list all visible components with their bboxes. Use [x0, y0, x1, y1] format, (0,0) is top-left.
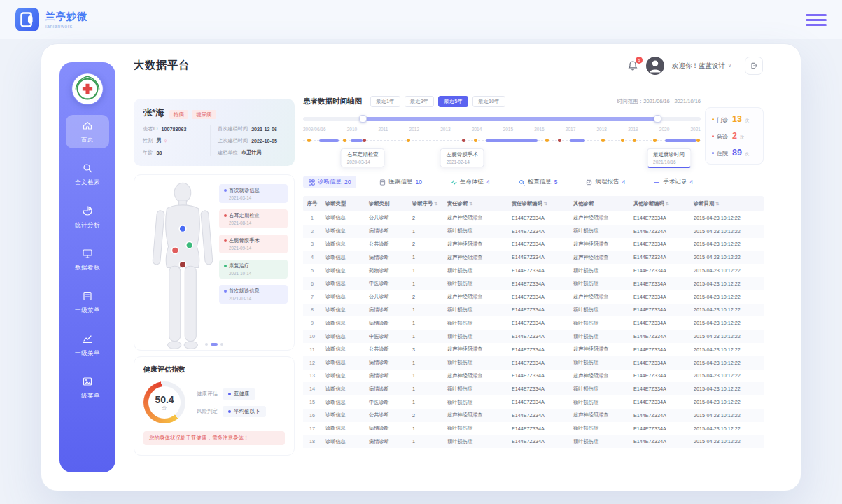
form-icon — [82, 292, 93, 304]
sidebar-item-3[interactable]: 统计分析 — [66, 200, 109, 234]
table-row[interactable]: 17诊断信息病情诊断1额叶损伤症E144E7Z334A额叶损伤症E144E7Z3… — [303, 422, 764, 435]
table-row[interactable]: 9诊断信息病情诊断1额叶损伤症E144E7Z334A额叶损伤症E144E7Z33… — [303, 316, 764, 330]
avatar[interactable] — [646, 57, 664, 75]
patient-name: 张*海 — [143, 106, 164, 119]
range-filter-2[interactable]: 最近3年 — [405, 96, 435, 107]
menu-icon[interactable] — [806, 8, 827, 31]
sidebar-item-7[interactable]: 一级菜单 — [66, 371, 109, 405]
callout-dot-icon — [224, 239, 227, 242]
tab-3[interactable]: 生命体征4 — [445, 176, 496, 188]
range-filter-1[interactable]: 最近1年 — [370, 96, 400, 107]
table-row[interactable]: 15诊断信息中医诊断1额叶损伤症E144E7Z334A额叶损伤症E144E7Z3… — [303, 396, 764, 409]
table-cell: E144E7Z334A — [629, 396, 689, 409]
table-row[interactable]: 5诊断信息药物诊断1额叶损伤症E144E7Z334A额叶损伤症E144E7Z33… — [303, 264, 764, 277]
range-filter-4[interactable]: 最近10年 — [472, 96, 505, 107]
table-cell: 7 — [303, 290, 321, 304]
patient-card: 张*海 特病糖尿病 患者ID100783063性别男♀年龄38 首次建档时间20… — [134, 99, 295, 166]
sort-icon[interactable]: ⇅ — [666, 201, 669, 206]
table-row[interactable]: 7诊断信息公共诊断2超声神经阻滞查E144E7Z334A超声神经阻滞查E144E… — [303, 290, 764, 304]
column-header[interactable]: 其他诊断编码⇅ — [629, 196, 689, 211]
table-cell: 1 — [408, 382, 443, 396]
table-cell: 病情诊断 — [365, 251, 408, 264]
column-header[interactable]: 责任诊断编码⇅ — [507, 196, 569, 211]
table-cell: 11 — [303, 343, 321, 356]
tab-4[interactable]: 检查信息5 — [513, 176, 563, 188]
pager-dot[interactable] — [211, 343, 218, 346]
tab-6[interactable]: 手术记录4 — [648, 176, 699, 188]
table-cell: 1 — [408, 251, 443, 264]
patient-field-label: 年龄 — [143, 149, 153, 156]
timeline-range-text: 时间范围：2021/06/16 - 2021/10/16 — [617, 98, 701, 105]
callout-dot-icon — [224, 214, 227, 217]
table-cell: 1 — [408, 330, 443, 343]
table-cell: 额叶损伤症 — [569, 396, 629, 409]
sidebar-item-5[interactable]: 一级菜单 — [66, 286, 109, 319]
timeline-event-dot — [307, 139, 311, 142]
column-header: 其他诊断 — [569, 196, 629, 211]
timeline-year-label: 2019 — [628, 127, 638, 132]
table-cell: 超声神经阻滞查 — [569, 251, 629, 264]
callout-dot-icon — [224, 290, 227, 293]
table-cell: 病情诊断 — [365, 225, 408, 238]
timeline-year-label: 2020 — [659, 127, 669, 132]
health-metric-value: 亚健康 — [223, 388, 255, 400]
table-row[interactable]: 8诊断信息病情诊断1额叶损伤症E144E7Z334A额叶损伤症E144E7Z33… — [303, 304, 764, 317]
sort-icon[interactable]: ⇅ — [469, 201, 472, 206]
table-cell: 病情诊断 — [365, 316, 408, 330]
table-row[interactable]: 4诊断信息病情诊断1超声神经阻滞查E144E7Z334A超声神经阻滞查E144E… — [303, 251, 764, 264]
table-cell: 3 — [408, 343, 443, 356]
tab-5[interactable]: 病理报告4 — [580, 176, 631, 188]
table-row[interactable]: 3诊断信息公共诊断2超声神经阻滞查E144E7Z334A超声神经阻滞查E144E… — [303, 238, 764, 251]
table-cell: 9 — [303, 316, 321, 330]
pager-dot[interactable] — [205, 343, 208, 346]
timeline-callout: 左腿骨膜手术2021-02-14 — [440, 148, 484, 167]
timeline-year-labels: 2009/06/16201020112012201320142015201620… — [303, 127, 701, 132]
sort-icon[interactable]: ⇅ — [715, 201, 719, 206]
table-cell: E144E7Z334A — [629, 277, 689, 290]
sidebar-item-1[interactable]: 首页 — [66, 115, 109, 148]
table-cell: E144E7Z334A — [507, 422, 569, 435]
sort-icon[interactable]: ⇅ — [544, 201, 547, 206]
range-filter-3[interactable]: 最近5年 — [438, 96, 468, 107]
column-header[interactable]: 诊断序号⇅ — [408, 196, 443, 211]
pager-dot[interactable] — [220, 343, 223, 346]
table-row[interactable]: 13诊断信息病情诊断1超声神经阻滞查E144E7Z334A超声神经阻滞查E144… — [303, 370, 764, 383]
table-row[interactable]: 14诊断信息病情诊断1额叶损伤症E144E7Z334A额叶损伤症E144E7Z3… — [303, 382, 764, 396]
table-cell: 额叶损伤症 — [569, 277, 629, 290]
table-row[interactable]: 12诊断信息病情诊断1额叶损伤症E144E7Z334A额叶损伤症E144E7Z3… — [303, 356, 764, 370]
table-cell: 诊断信息 — [321, 264, 365, 277]
table-row[interactable]: 1诊断信息公共诊断2超声神经阻滞查E144E7Z334A超声神经阻滞查E144E… — [303, 211, 764, 225]
table-row[interactable]: 2诊断信息病情诊断1额叶损伤症E144E7Z334A额叶损伤症E144E7Z33… — [303, 225, 764, 238]
table-cell: 诊断信息 — [321, 277, 365, 290]
tab-2[interactable]: 医嘱信息10 — [374, 176, 427, 188]
brand: 兰亭妙微 lanlanwork — [15, 8, 87, 31]
body-callout-title: 右耳定期检查 — [224, 212, 283, 219]
column-header[interactable]: 诊断日期⇅ — [689, 196, 764, 211]
timeline-event-bar — [570, 139, 586, 142]
table-row[interactable]: 6诊断信息中医诊断1额叶损伤症E144E7Z334A额叶损伤症E144E7Z33… — [303, 277, 764, 290]
sidebar-item-6[interactable]: 一级菜单 — [66, 328, 109, 362]
tab-count: 4 — [689, 178, 693, 186]
body-callout-title: 康复治疗 — [224, 262, 283, 270]
table-cell: 超声神经阻滞查 — [443, 370, 507, 383]
table-row[interactable]: 10诊断信息中医诊断1额叶损伤症E144E7Z334A额叶损伤症E144E7Z3… — [303, 330, 764, 343]
column-header[interactable]: 责任诊断⇅ — [443, 196, 507, 211]
table-cell: 2015-04-23 10:12:22 — [689, 422, 764, 435]
sidebar-item-2[interactable]: 全文检索 — [66, 158, 109, 191]
table-row[interactable]: 16诊断信息公共诊断2超声神经阻滞查E144E7Z334A超声神经阻滞查E144… — [303, 409, 764, 422]
logout-button[interactable] — [745, 57, 763, 75]
logout-icon — [750, 62, 758, 70]
notifications-button[interactable]: 6 — [627, 60, 638, 71]
sidebar-item-4[interactable]: 数据看板 — [66, 243, 109, 276]
timeline-slider[interactable] — [303, 115, 701, 122]
user-menu[interactable]: 欢迎你！蓝蓝设计 ∨ — [672, 62, 731, 71]
table-row[interactable]: 18诊断信息病情诊断1额叶损伤症E144E7Z334A额叶损伤症E144E7Z3… — [303, 435, 764, 449]
slider-handle-left[interactable] — [359, 115, 367, 122]
timeline-event-dot — [462, 139, 465, 142]
table-row[interactable]: 11诊断信息公共诊断3超声神经阻滞查E144E7Z334A超声神经阻滞查E144… — [303, 343, 764, 356]
slider-handle-right[interactable] — [654, 115, 661, 122]
health-score-gauge: 50.4 分 — [143, 382, 185, 424]
tab-1[interactable]: 诊断信息20 — [303, 176, 356, 188]
sort-icon[interactable]: ⇅ — [434, 201, 437, 206]
table-cell: 2015-04-23 10:12:22 — [689, 316, 764, 330]
